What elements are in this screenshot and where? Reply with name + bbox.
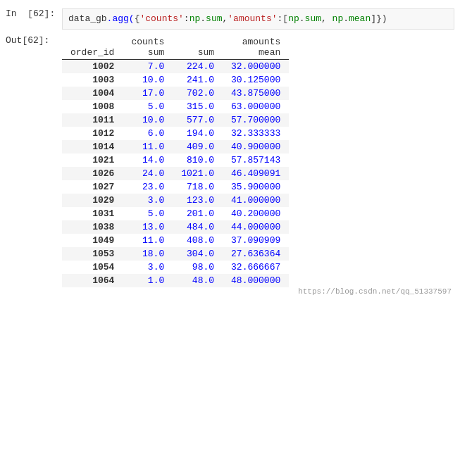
counts-sum: 17.0 (123, 87, 173, 100)
counts-sum: 11.0 (123, 140, 173, 154)
code-str-amounts: 'amounts' (228, 13, 277, 24)
th-amounts: amounts (173, 35, 289, 47)
code-sum1: sum (206, 13, 222, 24)
amounts-mean: 57.700000 (223, 113, 289, 127)
th-empty (62, 35, 123, 47)
cell-input-label: In [62]: (6, 8, 62, 19)
input-num: [62]: (27, 8, 55, 19)
code-bracket2: [ (282, 13, 288, 24)
code-var: data_gb (68, 13, 107, 24)
header-row-level1: counts amounts (62, 35, 289, 47)
row-index: 1054 (62, 261, 123, 274)
row-index: 1064 (62, 274, 123, 287)
amounts-mean: 41.000000 (223, 194, 289, 207)
amounts-sum: 241.0 (173, 73, 223, 87)
row-index: 1003 (62, 73, 123, 87)
counts-sum: 10.0 (123, 73, 173, 87)
code-np2: np (288, 13, 299, 24)
amounts-mean: 30.125000 (223, 73, 289, 87)
code-comma2: , (321, 13, 332, 24)
table-row: 102114.0810.057.857143 (62, 154, 289, 167)
dataframe-container: counts amounts order_id sum sum mean 100… (62, 35, 454, 296)
table-row: 103813.0484.044.000000 (62, 220, 289, 234)
table-row: 104911.0408.037.090909 (62, 234, 289, 247)
amounts-sum: 810.0 (173, 154, 223, 167)
watermark: https://blog.csdn.net/qq_51337597 (62, 287, 454, 296)
counts-sum: 14.0 (123, 154, 173, 167)
amounts-mean: 43.875000 (223, 87, 289, 100)
amounts-sum: 577.0 (173, 113, 223, 127)
output-label: Out[62]: (6, 35, 62, 46)
amounts-sum: 1021.0 (173, 167, 223, 180)
code-paren-close: ) (382, 13, 387, 24)
code-np3: np (332, 13, 344, 24)
th-counts: counts (123, 35, 173, 47)
cell-input: In [62]: data_gb.agg({'counts':np.sum,'a… (0, 6, 460, 32)
table-row: 101110.0577.057.700000 (62, 113, 289, 127)
in-label: In (6, 8, 17, 19)
code-dot1: . (200, 13, 206, 24)
notebook-cell: In [62]: data_gb.agg({'counts':np.sum,'a… (0, 0, 460, 304)
code-np-sum1: np (189, 13, 201, 24)
row-index: 1038 (62, 220, 123, 234)
row-index: 1012 (62, 127, 123, 140)
th-orderid: order_id (62, 47, 123, 60)
amounts-sum: 304.0 (173, 247, 223, 261)
code-sum2: sum (305, 13, 321, 24)
table-row: 102723.0718.035.900000 (62, 180, 289, 194)
amounts-mean: 46.409091 (223, 167, 289, 180)
counts-sum: 24.0 (123, 167, 173, 180)
amounts-sum: 718.0 (173, 180, 223, 194)
amounts-mean: 57.857143 (223, 154, 289, 167)
amounts-mean: 27.636364 (223, 247, 289, 261)
amounts-mean: 32.666667 (223, 261, 289, 274)
amounts-mean: 40.900000 (223, 140, 289, 154)
counts-sum: 1.0 (123, 274, 173, 287)
amounts-sum: 409.0 (173, 140, 223, 154)
row-index: 1002 (62, 59, 123, 73)
amounts-mean: 63.000000 (223, 100, 289, 113)
counts-sum: 23.0 (123, 180, 173, 194)
counts-sum: 18.0 (123, 247, 173, 261)
counts-sum: 3.0 (123, 194, 173, 207)
counts-sum: 13.0 (123, 220, 173, 234)
row-index: 1014 (62, 140, 123, 154)
row-index: 1049 (62, 234, 123, 247)
counts-sum: 5.0 (123, 100, 173, 113)
counts-sum: 7.0 (123, 59, 173, 73)
th-counts-sum: sum (123, 47, 173, 60)
amounts-mean: 44.000000 (223, 220, 289, 234)
row-index: 1004 (62, 87, 123, 100)
table-row: 10543.098.032.666667 (62, 261, 289, 274)
cell-output: Out[62]: counts amounts order_id sum sum… (0, 32, 460, 299)
table-row: 100417.0702.043.875000 (62, 87, 289, 100)
amounts-mean: 37.090909 (223, 234, 289, 247)
table-row: 10027.0224.032.000000 (62, 59, 289, 73)
amounts-sum: 315.0 (173, 100, 223, 113)
code-dot2: . (299, 13, 305, 24)
table-row: 105318.0304.027.636364 (62, 247, 289, 261)
code-mean: mean (349, 13, 371, 24)
table-row: 10641.048.048.000000 (62, 274, 289, 287)
amounts-sum: 48.0 (173, 274, 223, 287)
table-row: 10085.0315.063.000000 (62, 100, 289, 113)
header-row-level2: order_id sum sum mean (62, 47, 289, 60)
code-fn: .agg( (107, 13, 135, 24)
row-index: 1029 (62, 194, 123, 207)
counts-sum: 10.0 (123, 113, 173, 127)
amounts-sum: 201.0 (173, 207, 223, 220)
amounts-sum: 123.0 (173, 194, 223, 207)
counts-sum: 5.0 (123, 207, 173, 220)
row-index: 1053 (62, 247, 123, 261)
table-body: 10027.0224.032.000000100310.0241.030.125… (62, 59, 289, 287)
table-row: 10315.0201.040.200000 (62, 207, 289, 220)
amounts-mean: 32.000000 (223, 59, 289, 73)
amounts-sum: 484.0 (173, 220, 223, 234)
row-index: 1008 (62, 100, 123, 113)
amounts-sum: 98.0 (173, 261, 223, 274)
code-dot3: . (343, 13, 349, 24)
dataframe-table: counts amounts order_id sum sum mean 100… (62, 35, 289, 287)
counts-sum: 11.0 (123, 234, 173, 247)
amounts-mean: 48.000000 (223, 274, 289, 287)
amounts-sum: 194.0 (173, 127, 223, 140)
